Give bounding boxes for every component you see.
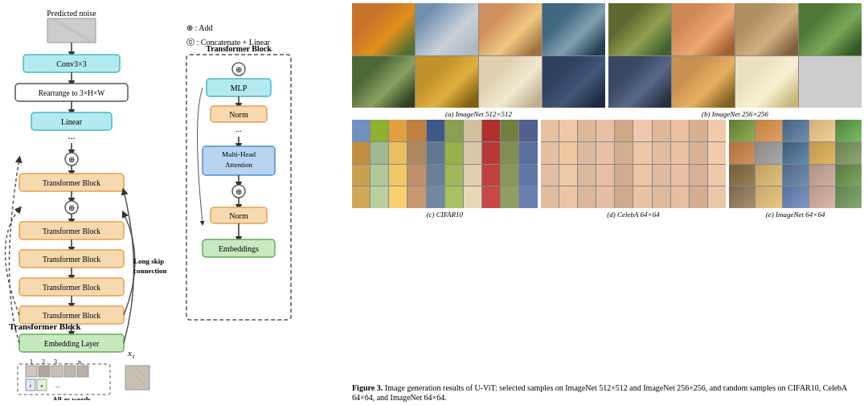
figure-caption-container: Figure 3. Image generation results of U-… <box>352 382 862 402</box>
img-cell <box>633 165 651 186</box>
img-cell <box>608 56 671 108</box>
cifar10-grid <box>352 120 538 208</box>
svg-rect-35 <box>51 366 63 377</box>
img-cell <box>559 120 577 141</box>
img-cell <box>464 142 481 164</box>
img-cell <box>352 165 370 186</box>
img-cell <box>596 142 614 164</box>
img-cell <box>407 142 425 164</box>
img-cell <box>672 56 735 108</box>
img-cell <box>519 165 537 186</box>
img-cell <box>501 120 518 141</box>
img-cell <box>596 120 614 141</box>
img-cell <box>690 186 707 208</box>
imagenet-512-group: (a) ImageNet 512×512 <box>352 3 605 118</box>
svg-text:⊕: ⊕ <box>235 187 242 196</box>
top-image-row: (a) ImageNet 512×512 (b) ImageNet 256×25… <box>352 3 862 118</box>
imagenet-256-grid <box>608 3 862 108</box>
img-cell <box>799 56 862 108</box>
img-cell <box>836 120 862 141</box>
attention-label: Attention <box>225 161 252 169</box>
img-cell <box>371 142 388 164</box>
img-cell <box>464 120 481 141</box>
img-cell <box>755 186 781 208</box>
img-cell <box>783 142 809 164</box>
imagenet-512-grid <box>352 3 605 108</box>
img-cell <box>708 165 726 186</box>
img-cell <box>653 165 670 186</box>
embedding-layer-label: Embedding Layer <box>44 340 100 348</box>
img-cell <box>690 142 707 164</box>
transformer-block-2: Transformer Block <box>43 227 100 235</box>
img-cell <box>729 142 755 164</box>
architecture-panel: Predicted noise Conv3×3 Rearrange to 3×H… <box>0 0 346 405</box>
img-cell <box>596 165 614 186</box>
imagenet-256-group: (b) ImageNet 256×256 <box>608 3 862 118</box>
svg-text:n: n <box>78 358 81 366</box>
img-cell <box>729 186 755 208</box>
svg-text:t: t <box>133 353 135 360</box>
img-cell <box>578 165 596 186</box>
img-cell <box>416 3 478 55</box>
img-cell <box>389 165 407 186</box>
img-cell <box>407 186 425 208</box>
celeba-caption: (d) CelebA 64×64 <box>607 211 659 219</box>
svg-text:e: e <box>40 382 43 389</box>
img-cell <box>407 120 425 141</box>
bottom-image-row: (c) CIFAR10 <box>352 120 862 379</box>
img-cell <box>690 120 707 141</box>
img-cell <box>559 186 577 208</box>
transformer-block-1: Transformer Block <box>43 179 100 187</box>
svg-text:1: 1 <box>30 358 33 366</box>
img-cell <box>352 186 370 208</box>
img-cell <box>541 142 559 164</box>
img-cell <box>729 120 755 141</box>
img-cell <box>578 142 596 164</box>
img-cell <box>482 142 500 164</box>
img-cell <box>809 120 835 141</box>
img-cell <box>371 186 388 208</box>
img-cell <box>653 120 670 141</box>
figure-caption-text: Image generation results of U-ViT: selec… <box>352 383 847 402</box>
svg-text:2: 2 <box>42 358 45 366</box>
img-cell <box>445 142 463 164</box>
img-cell <box>389 120 407 141</box>
img-cell <box>519 186 537 208</box>
img-cell <box>633 142 651 164</box>
img-cell <box>352 142 370 164</box>
long-skip-label-2: connection <box>133 267 167 275</box>
embeddings-label: Embeddings <box>219 244 259 253</box>
img-cell <box>578 186 596 208</box>
results-panel: (a) ImageNet 512×512 (b) ImageNet 256×25… <box>346 0 868 405</box>
all-as-words-label: All as words <box>52 395 91 400</box>
imagenet-64-caption: (e) ImageNet 64×64 <box>766 211 825 219</box>
img-cell <box>352 3 415 55</box>
cifar10-group: (c) CIFAR10 <box>352 120 538 379</box>
img-cell <box>541 120 559 141</box>
img-cell <box>708 142 726 164</box>
norm-label-1: Norm <box>229 110 248 119</box>
img-cell <box>352 56 415 108</box>
svg-rect-34 <box>39 366 50 377</box>
conv3x3-label: Conv3×3 <box>56 59 86 68</box>
img-cell <box>479 56 542 108</box>
architecture-diagram: Predicted noise Conv3×3 Rearrange to 3×H… <box>3 6 341 400</box>
norm-label-2: Norm <box>229 211 248 220</box>
transformer-block-4: Transformer Block <box>43 284 100 292</box>
img-cell <box>427 165 444 186</box>
img-cell <box>542 3 605 55</box>
img-cell <box>809 142 835 164</box>
img-cell <box>482 165 500 186</box>
svg-text:⊕: ⊕ <box>68 203 75 212</box>
img-cell <box>482 120 500 141</box>
img-cell <box>755 165 781 186</box>
transformer-block-3: Transformer Block <box>43 256 100 264</box>
img-cell <box>416 56 478 108</box>
img-cell <box>559 165 577 186</box>
linear-label: Linear <box>61 117 83 126</box>
img-cell <box>389 186 407 208</box>
img-cell <box>809 186 835 208</box>
svg-text:⊕: ⊕ <box>235 65 242 74</box>
img-cell <box>427 142 444 164</box>
img-cell <box>783 165 809 186</box>
